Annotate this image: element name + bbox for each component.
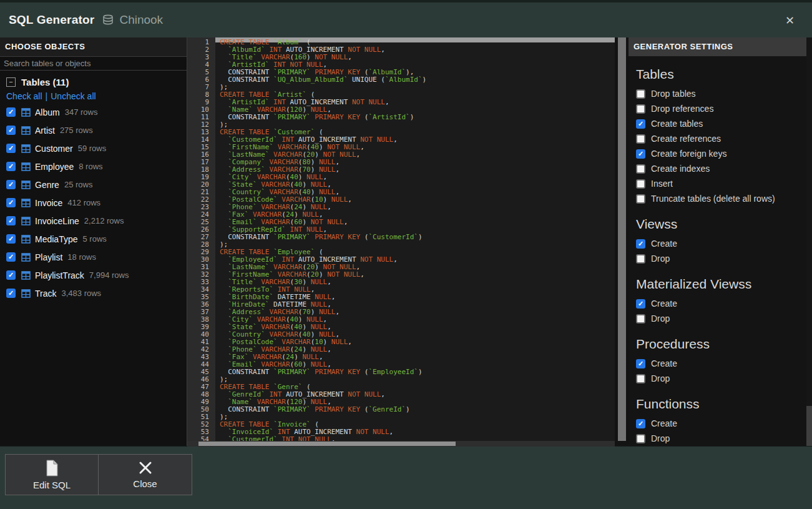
checkbox-checked[interactable] — [6, 234, 16, 244]
checkbox-unchecked[interactable] — [636, 134, 645, 144]
settings-option[interactable]: Drop references — [636, 101, 806, 116]
table-row[interactable]: PlaylistTrack7,994 rows — [0, 266, 187, 284]
checkbox-unchecked[interactable] — [636, 374, 645, 383]
checkbox-unchecked[interactable] — [636, 89, 645, 99]
checkbox-checked[interactable] — [6, 107, 16, 117]
dialog-footer: Edit SQL Close — [0, 446, 812, 509]
check-all-link[interactable]: Check all — [6, 91, 42, 101]
table-row-count: 347 rows — [65, 107, 98, 117]
checkbox-checked[interactable] — [6, 252, 16, 262]
checkbox-checked[interactable] — [6, 198, 16, 207]
choose-objects-panel: CHOOSE OBJECTS Tables (11) Check all|Unc… — [0, 37, 187, 447]
settings-option[interactable]: Create — [636, 416, 806, 431]
generator-settings-body: TablesDrop tablesDrop referencesCreate t… — [629, 67, 806, 446]
checkbox-checked[interactable] — [636, 149, 645, 159]
line-number: 2 — [187, 46, 215, 54]
settings-option[interactable]: Drop — [636, 371, 806, 386]
checkbox-checked[interactable] — [6, 126, 16, 135]
table-row[interactable]: InvoiceLine2,212 rows — [0, 212, 187, 230]
table-name: Track — [35, 289, 56, 299]
search-input[interactable] — [0, 56, 187, 71]
settings-option[interactable]: Drop tables — [636, 86, 806, 101]
checkbox-unchecked[interactable] — [636, 314, 645, 324]
editor-horizontal-scrollbar[interactable] — [187, 441, 615, 447]
checkbox-checked[interactable] — [636, 299, 645, 309]
settings-option[interactable]: Create — [636, 356, 806, 371]
checkbox-checked[interactable] — [6, 270, 16, 280]
settings-option[interactable]: Create — [636, 236, 806, 251]
checkbox-checked[interactable] — [636, 119, 645, 129]
table-row[interactable]: MediaType5 rows — [0, 230, 187, 248]
table-name: Playlist — [35, 252, 62, 262]
horizontal-scrollbar-thumb[interactable] — [198, 442, 456, 446]
checkbox-unchecked[interactable] — [636, 254, 645, 264]
dialog-titlebar: SQL Generator Chinook ✕ — [0, 0, 812, 37]
checkbox-checked[interactable] — [6, 289, 16, 298]
dialog-close-icon[interactable]: ✕ — [783, 14, 797, 27]
checkbox-checked[interactable] — [6, 180, 16, 189]
settings-option[interactable]: Create references — [636, 131, 806, 146]
settings-option[interactable]: Drop — [636, 251, 806, 266]
settings-option-label: Create foreign keys — [651, 149, 726, 159]
settings-option[interactable]: Drop — [636, 311, 806, 326]
settings-section-title: Viewss — [636, 217, 806, 232]
close-icon — [138, 460, 153, 475]
settings-option-label: Create — [651, 239, 677, 249]
sql-generator-dialog: SQL Generator Chinook ✕ CHOOSE OBJECTS T… — [0, 0, 812, 509]
checkbox-unchecked[interactable] — [636, 104, 645, 114]
table-row-count: 2,212 rows — [84, 216, 124, 225]
table-row[interactable]: Employee8 rows — [0, 157, 187, 175]
collapse-icon[interactable] — [6, 77, 16, 87]
settings-option[interactable]: Create foreign keys — [636, 146, 806, 161]
checkbox-unchecked[interactable] — [636, 179, 645, 189]
settings-option[interactable]: Truncate tables (delete all rows) — [636, 191, 806, 206]
table-icon — [21, 162, 31, 171]
table-row-count: 3,483 rows — [61, 289, 101, 298]
table-row-count: 59 rows — [78, 144, 107, 153]
page-scrollbar[interactable] — [806, 37, 812, 447]
table-row[interactable]: Playlist18 rows — [0, 248, 187, 266]
checkbox-checked[interactable] — [636, 239, 645, 249]
code-line: 27 CONSTRAINT `PRIMARY` PRIMARY KEY (`Cu… — [187, 234, 615, 241]
checkbox-checked[interactable] — [6, 216, 16, 225]
database-name: Chinook — [119, 13, 163, 27]
page-scrollbar-thumb[interactable] — [806, 406, 812, 447]
close-button[interactable]: Close — [99, 454, 192, 495]
checkbox-checked[interactable] — [636, 419, 645, 428]
sql-preview-editor[interactable]: 1CREATE TABLE `Album` (2 `AlbumId` INT A… — [187, 37, 615, 447]
table-row[interactable]: Invoice412 rows — [0, 194, 187, 212]
table-name: PlaylistTrack — [35, 270, 84, 280]
checkbox-checked[interactable] — [6, 162, 16, 171]
table-row[interactable]: Album347 rows — [0, 103, 187, 121]
editor-vertical-scrollbar[interactable] — [615, 37, 629, 447]
table-row[interactable]: Genre25 rows — [0, 175, 187, 194]
checkbox-unchecked[interactable] — [636, 164, 645, 174]
vertical-scrollbar-thumb[interactable] — [618, 37, 626, 441]
settings-section-title: Functionss — [636, 397, 806, 412]
settings-option[interactable]: Create indexes — [636, 161, 806, 176]
settings-option[interactable]: Create — [636, 296, 806, 311]
table-icon — [21, 108, 31, 117]
generator-settings-panel: GENERATOR SETTINGS TablesDrop tablesDrop… — [629, 37, 806, 447]
settings-option-label: Create — [651, 299, 677, 309]
settings-option[interactable]: Create tables — [636, 116, 806, 131]
table-name: Customer — [35, 144, 73, 154]
uncheck-all-link[interactable]: Uncheck all — [51, 91, 95, 101]
generator-settings-header: GENERATOR SETTINGS — [629, 37, 806, 56]
settings-option-label: Create references — [651, 134, 721, 144]
edit-sql-button[interactable]: Edit SQL — [5, 454, 99, 495]
checkbox-checked[interactable] — [6, 144, 16, 153]
settings-option[interactable]: Drop — [636, 431, 806, 446]
tables-group-toggle[interactable]: Tables (11) — [0, 71, 187, 87]
table-row[interactable]: Track3,483 rows — [0, 284, 187, 302]
settings-option-label: Drop — [651, 373, 670, 383]
checkbox-checked[interactable] — [636, 359, 645, 368]
settings-option-label: Drop tables — [651, 89, 696, 99]
table-row[interactable]: Customer59 rows — [0, 139, 187, 157]
checkbox-unchecked[interactable] — [636, 194, 645, 204]
table-row[interactable]: Artist275 rows — [0, 121, 187, 139]
line-number: 6 — [187, 76, 215, 84]
settings-option-label: Drop references — [651, 104, 713, 114]
checkbox-unchecked[interactable] — [636, 434, 645, 443]
settings-option[interactable]: Insert — [636, 176, 806, 191]
